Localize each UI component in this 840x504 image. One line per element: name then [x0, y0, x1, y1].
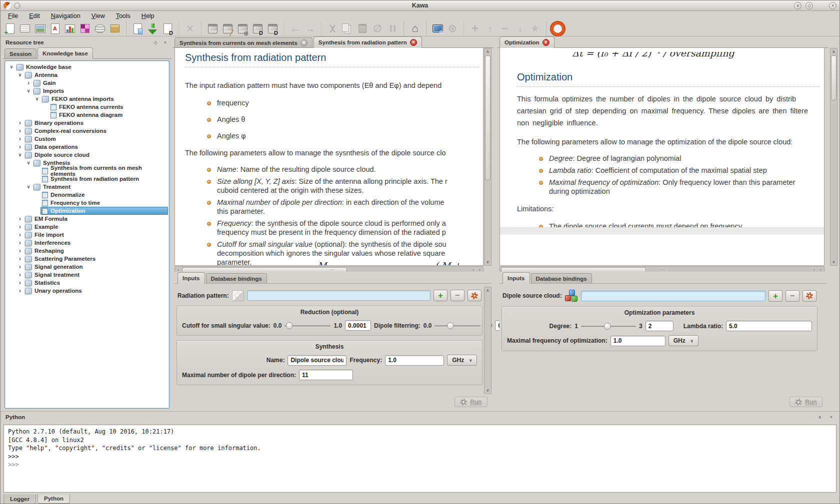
close-tab-icon[interactable] — [300, 39, 308, 46]
tree-node[interactable]: Antenna — [5, 71, 169, 79]
pdf-export-icon[interactable] — [48, 21, 62, 36]
frequency-input[interactable] — [385, 355, 444, 366]
remove-icon[interactable] — [498, 21, 512, 36]
colormap-icon[interactable] — [78, 21, 92, 36]
run-button[interactable]: Run — [790, 397, 822, 407]
tree-node[interactable]: FEKO antenna currents — [5, 103, 169, 111]
tree-expander-icon[interactable] — [16, 127, 24, 134]
close-panel-icon[interactable]: × — [162, 39, 168, 46]
close-window-button[interactable]: × — [829, 2, 836, 9]
move-down-icon[interactable] — [512, 21, 528, 36]
tree-node[interactable]: Complex-real conversions — [5, 127, 169, 135]
tree-node[interactable]: Interferences — [5, 239, 169, 247]
tree-node[interactable]: Statistics — [5, 279, 169, 287]
move-up-icon[interactable] — [482, 21, 498, 36]
tree-node[interactable]: Optimization — [5, 207, 169, 215]
form-tab[interactable]: Database bindings — [206, 273, 267, 283]
dipole-filtering-slider[interactable] — [434, 321, 480, 330]
menu-item[interactable]: Edit — [24, 11, 46, 20]
close-tab-icon[interactable] — [542, 39, 550, 46]
tree-expander-icon[interactable] — [34, 96, 40, 101]
bottom-tab[interactable]: Logger — [4, 495, 36, 504]
tree-node[interactable]: Scattering Parameters — [5, 255, 169, 263]
tree-node[interactable]: Reshaping — [5, 247, 169, 255]
import-d-icon[interactable] — [160, 21, 175, 36]
add-resource-button[interactable]: + — [768, 290, 782, 302]
restore-window-button[interactable]: ◇ — [806, 2, 813, 9]
tree-node[interactable]: Synthesis from currents on mesh elements — [5, 167, 169, 175]
tree-node[interactable]: Synthesis from radiation pattern — [5, 175, 169, 183]
tree-expander-icon[interactable] — [16, 255, 24, 262]
tree-expander-icon[interactable] — [25, 88, 32, 93]
redo-icon[interactable] — [302, 21, 318, 36]
tree-expander-icon[interactable] — [16, 223, 24, 230]
menu-item[interactable]: Help — [136, 11, 160, 20]
tree-node[interactable]: Unary operations — [5, 287, 169, 295]
save-as-icon[interactable] — [220, 21, 235, 36]
tree-expander-icon[interactable] — [25, 160, 32, 165]
save-icon[interactable] — [201, 21, 220, 36]
tree-expander-icon[interactable] — [16, 247, 24, 254]
help-lifebuoy-icon[interactable] — [546, 21, 565, 36]
resource-tree-tab[interactable]: Session — [4, 48, 36, 58]
undo-icon[interactable] — [284, 21, 302, 36]
document-tab[interactable]: Optimization — [500, 36, 554, 48]
tree-node[interactable]: EM Formula — [5, 215, 169, 223]
document-tab[interactable]: Synthesis from currents on mesh elements — [174, 37, 312, 47]
bottom-tab[interactable]: Python — [38, 494, 70, 504]
tree-node[interactable]: Denormalize — [5, 191, 169, 199]
tree-expander-icon[interactable] — [16, 263, 24, 270]
max-frequency-input[interactable] — [610, 336, 666, 346]
right-doc-vertical-scrollbar[interactable]: ∧ ∨ — [830, 48, 838, 266]
copy-icon[interactable] — [340, 21, 355, 36]
process-screen-icon[interactable] — [426, 21, 445, 36]
tree-expander-icon[interactable] — [16, 143, 24, 150]
center-form-scrollbar[interactable]: ∧ ∨ — [484, 287, 492, 394]
add-icon[interactable] — [464, 21, 482, 36]
settings-gear-icon[interactable] — [445, 21, 460, 36]
dipole-source-cloud-input[interactable] — [581, 291, 766, 301]
tree-expander-icon[interactable] — [16, 72, 24, 77]
remove-resource-button[interactable]: − — [786, 290, 800, 302]
tree-node[interactable]: FEKO antenna diagram — [5, 111, 169, 119]
tree-node[interactable]: Example — [5, 223, 169, 231]
import-file-icon[interactable] — [126, 21, 145, 36]
save-d-icon[interactable] — [250, 21, 265, 36]
favorite-star-icon[interactable] — [528, 21, 542, 36]
resource-settings-button[interactable] — [468, 290, 482, 301]
tree-node[interactable]: Treatment — [5, 183, 169, 191]
chart-icon[interactable] — [62, 21, 78, 36]
max-frequency-unit-dropdown[interactable]: GHz∨ — [668, 335, 698, 346]
tree-node[interactable]: Dipole source cloud — [5, 151, 169, 159]
shade-window-button[interactable]: ∨ — [794, 2, 802, 9]
cutoff-value-input[interactable] — [345, 320, 371, 331]
import-data-icon[interactable] — [145, 21, 160, 36]
database-icon[interactable] — [92, 21, 108, 36]
name-input[interactable] — [288, 355, 346, 366]
lambda-ratio-input[interactable] — [726, 321, 812, 331]
frequency-unit-dropdown[interactable]: GHz∨ — [447, 355, 477, 366]
form-tab[interactable]: Database bindings — [531, 273, 592, 283]
tree-node[interactable]: Gain — [5, 79, 169, 87]
max-dipole-input[interactable] — [299, 370, 353, 380]
radiation-pattern-input[interactable] — [247, 290, 430, 301]
tree-node[interactable]: Data operations — [5, 143, 169, 151]
cut-icon[interactable] — [321, 21, 340, 36]
python-console[interactable]: Python 2.7.10 (default, Aug 10 2016, 10:… — [4, 425, 836, 493]
menu-item[interactable]: View — [86, 11, 110, 20]
close-panel-icon[interactable]: × — [828, 414, 834, 421]
tree-expander-icon[interactable] — [8, 64, 15, 69]
tree-expander-icon[interactable] — [16, 119, 24, 126]
detach-panel-icon[interactable]: ◇ — [152, 39, 159, 46]
tree-expander-icon[interactable] — [16, 135, 24, 142]
menu-item[interactable]: Tools — [110, 11, 136, 20]
collapse-panel-icon[interactable]: ∧ — [816, 414, 823, 421]
degree-value-input[interactable] — [646, 321, 674, 331]
tree-node[interactable]: FEKO antenna imports — [5, 95, 169, 103]
center-doc-vertical-scrollbar[interactable]: ∧ ∨ — [484, 48, 492, 266]
tree-node[interactable]: Frequency to time — [5, 199, 169, 207]
tree-expander-icon[interactable] — [16, 231, 24, 238]
tree-expander-icon[interactable] — [25, 184, 32, 189]
home-icon[interactable] — [404, 21, 422, 36]
document-tab[interactable]: Synthesis from radiation pattern — [314, 36, 422, 48]
